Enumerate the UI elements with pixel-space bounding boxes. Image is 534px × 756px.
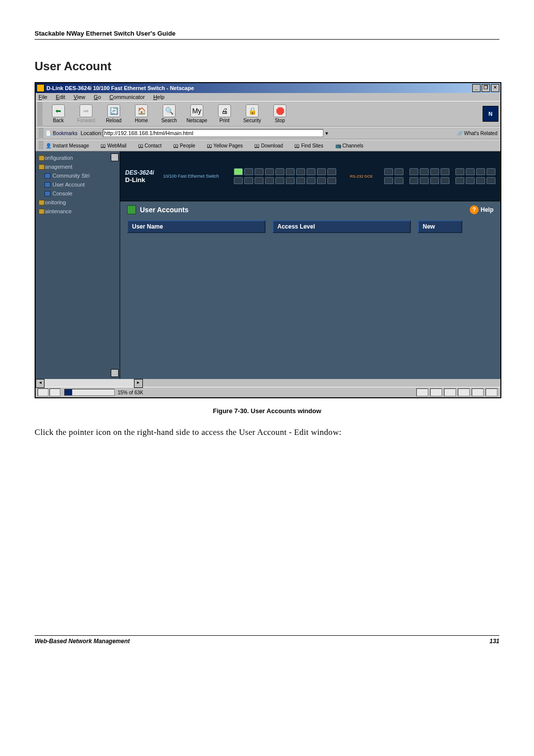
- port-icon: [296, 168, 305, 175]
- nav-sidebar: ▴ Configuration Management Community Str…: [36, 151, 120, 379]
- port-icon: [441, 168, 449, 175]
- sidebar-item-maintenance[interactable]: Maintenance: [36, 207, 120, 216]
- link-download[interactable]: 🕮 Download: [255, 143, 289, 148]
- status-plugin-icon[interactable]: [472, 388, 484, 396]
- port-icon: [244, 168, 253, 175]
- location-label: Location:: [81, 130, 103, 136]
- device-desc: 10/100 Fast Ethernet Switch: [163, 174, 219, 179]
- back-button[interactable]: ⬅Back: [44, 104, 72, 123]
- main-panel: DES-3624i D-Link 10/100 Fast Ethernet Sw…: [120, 151, 500, 379]
- port-icon: [476, 177, 485, 184]
- sidebar-item-community-strings[interactable]: Community Stri: [36, 171, 120, 180]
- menu-edit[interactable]: Edit: [56, 94, 65, 100]
- section-heading: User Account: [35, 59, 499, 73]
- location-toolbar: 📑 Bookmarks Location: ▾ 🔗 What's Related: [36, 127, 500, 140]
- port-icon: [327, 177, 336, 184]
- status-image-icon[interactable]: [458, 388, 470, 396]
- port-icon: [430, 168, 439, 175]
- whats-related-button[interactable]: 🔗 What's Related: [457, 131, 497, 136]
- port-icon: [244, 177, 253, 184]
- port-icon: [409, 177, 418, 184]
- toolbar-grip-icon[interactable]: [39, 141, 44, 150]
- link-instant-message[interactable]: 👤 Instant Message: [45, 143, 95, 148]
- toolbar-grip-icon[interactable]: [39, 128, 44, 138]
- port-icon: [307, 168, 315, 175]
- menu-help[interactable]: Help: [153, 94, 165, 100]
- port-icon: [384, 177, 393, 184]
- port-icon: [255, 177, 264, 184]
- sidebar-item-user-account[interactable]: User Account: [36, 180, 120, 189]
- status-bar: 15% of 63K: [36, 387, 500, 397]
- footer-page-number: 131: [490, 638, 499, 645]
- port-icon: [265, 177, 274, 184]
- stop-button[interactable]: 🛑Stop: [266, 104, 294, 123]
- home-button[interactable]: 🏠Home: [128, 104, 155, 123]
- port-icon: [487, 177, 495, 184]
- window-title: D-Link DES-3624i 10/100 Fast Ethernet Sw…: [46, 85, 472, 91]
- status-offline-icon[interactable]: [49, 388, 60, 396]
- port-icon: [234, 177, 243, 184]
- sidebar-scroll-down[interactable]: ▾: [111, 369, 119, 377]
- device-rs232-label: RS-232 DCE: [350, 174, 373, 179]
- port-row-top: [234, 168, 336, 175]
- netscape-throbber-icon: N: [483, 106, 498, 122]
- status-cookie-icon[interactable]: [430, 388, 442, 396]
- menu-communicator[interactable]: Communicator: [109, 94, 145, 100]
- menu-file[interactable]: FFileile: [39, 94, 47, 100]
- port-icon: [296, 177, 305, 184]
- sidebar-horizontal-scrollbar[interactable]: ◂ ▸: [36, 379, 500, 387]
- sidebar-item-monitoring[interactable]: Monitoring: [36, 198, 120, 207]
- new-user-button[interactable]: New: [418, 220, 462, 233]
- port-front-bottom: [384, 177, 495, 184]
- maximize-button[interactable]: ❐: [482, 84, 490, 92]
- user-accounts-icon: [127, 205, 136, 214]
- scroll-track[interactable]: [44, 379, 134, 387]
- print-button[interactable]: 🖨Print: [211, 104, 238, 123]
- port-icon: [275, 177, 284, 184]
- status-component-icon[interactable]: [38, 388, 48, 396]
- sidebar-item-console[interactable]: Console: [36, 189, 120, 198]
- device-model: DES-3624i: [125, 169, 154, 176]
- link-find-sites[interactable]: 🕮 Find Sites: [295, 143, 329, 148]
- reload-button[interactable]: 🔄Reload: [100, 104, 128, 123]
- link-channels[interactable]: 📺 Channels: [335, 143, 369, 148]
- close-button[interactable]: ×: [491, 84, 499, 92]
- device-banner: DES-3624i D-Link 10/100 Fast Ethernet Sw…: [120, 151, 500, 201]
- location-input[interactable]: [103, 129, 323, 137]
- status-cache-icon[interactable]: [486, 388, 497, 396]
- port-icon: [420, 168, 429, 175]
- window-titlebar: D-Link DES-3624i 10/100 Fast Ethernet Sw…: [36, 83, 500, 93]
- scroll-right-button[interactable]: ▸: [134, 379, 143, 388]
- port-icon: [430, 177, 439, 184]
- security-button[interactable]: 🔒Security: [238, 104, 266, 123]
- load-progress-bar: [64, 389, 115, 396]
- netscape-button[interactable]: MyNetscape: [183, 104, 211, 123]
- menu-view[interactable]: View: [74, 94, 86, 100]
- menu-bar: FFileile Edit View Go Communicator Help: [36, 93, 500, 101]
- browser-window: D-Link DES-3624i 10/100 Fast Ethernet Sw…: [35, 82, 501, 398]
- status-java-icon[interactable]: [444, 388, 456, 396]
- status-security-icon[interactable]: [416, 388, 428, 396]
- toolbar-grip-icon[interactable]: [38, 102, 43, 125]
- menu-go[interactable]: Go: [94, 94, 101, 100]
- port-icon: [317, 177, 326, 184]
- port-icon: [476, 168, 485, 175]
- personal-toolbar: 👤 Instant Message 🕮 WebMail 🕮 Contact 🕮 …: [36, 140, 500, 151]
- sidebar-item-management[interactable]: Management: [36, 162, 120, 171]
- port-icon: [395, 177, 403, 184]
- link-yellow-pages[interactable]: 🕮 Yellow Pages: [207, 143, 249, 148]
- search-button[interactable]: 🔍Search: [155, 104, 183, 123]
- forward-button[interactable]: ➡Forward: [72, 104, 100, 123]
- link-webmail[interactable]: 🕮 WebMail: [101, 143, 133, 148]
- scroll-left-button[interactable]: ◂: [36, 379, 44, 388]
- help-button[interactable]: ?Help: [470, 205, 493, 214]
- link-contact[interactable]: 🕮 Contact: [138, 143, 168, 148]
- minimize-button[interactable]: _: [472, 84, 481, 92]
- device-brand: D-Link: [125, 176, 154, 184]
- sidebar-item-configuration[interactable]: Configuration: [36, 153, 120, 162]
- bookmarks-button[interactable]: 📑 Bookmarks: [45, 131, 78, 136]
- port-icon: [286, 168, 295, 175]
- link-people[interactable]: 🕮 People: [174, 143, 201, 148]
- nav-toolbar: ⬅Back ➡Forward 🔄Reload 🏠Home 🔍Search MyN…: [36, 101, 500, 127]
- port-icon: [466, 177, 475, 184]
